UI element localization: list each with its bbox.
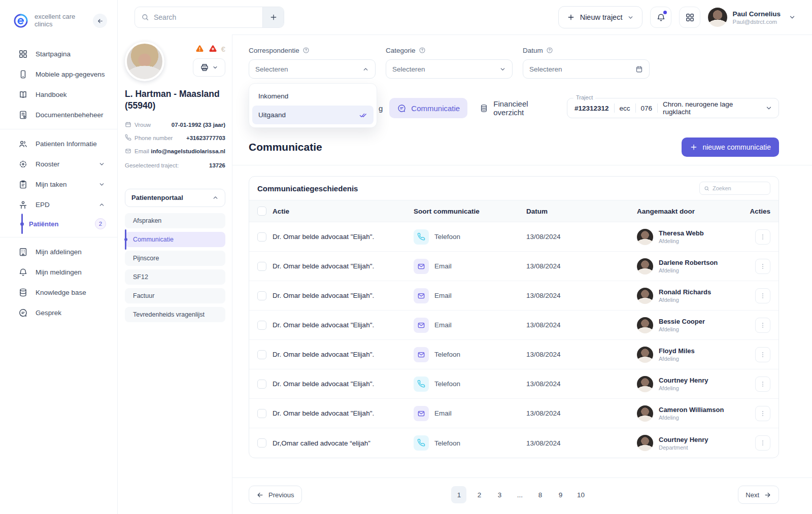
- chevron-up-icon: [98, 201, 105, 208]
- patientenportaal-title: Patientenportaal: [131, 194, 183, 201]
- table-search-input[interactable]: [713, 185, 766, 191]
- sidebar-item-rooster[interactable]: Rooster: [0, 154, 117, 174]
- search-input[interactable]: [154, 13, 256, 21]
- row-actions-button[interactable]: [755, 229, 770, 245]
- sidebar-item-mijn-afdelingen[interactable]: Mijn afdelingen: [0, 242, 117, 262]
- row-checkbox[interactable]: [257, 380, 266, 389]
- search-add-button[interactable]: [262, 7, 284, 27]
- row-author-dept: Afdeling: [659, 267, 718, 273]
- print-button[interactable]: [193, 58, 225, 77]
- page-number-1[interactable]: 1: [451, 486, 466, 503]
- traject-id: #12312312: [574, 105, 609, 112]
- portal-item-label: Tevredenheids vragenlijst: [133, 311, 205, 318]
- row-actions-button[interactable]: [755, 318, 770, 333]
- sidebar-item-gesprek[interactable]: Gesprek: [0, 302, 117, 323]
- sidebar-item-label: Documentenbeheheer: [36, 111, 104, 119]
- tab-communicatie[interactable]: Communicatie: [389, 98, 467, 118]
- dropdown-option-uitgaand[interactable]: Uitgaand: [252, 106, 374, 124]
- email-icon: [414, 347, 429, 362]
- row-actions-button[interactable]: [755, 435, 770, 451]
- sidebar-item-startpagina[interactable]: Startpagina: [0, 44, 117, 64]
- apps-grid-button[interactable]: [679, 7, 700, 28]
- help-icon: [302, 47, 310, 54]
- page-number-2[interactable]: 2: [471, 486, 487, 503]
- table-row: Dr. Omar belde advocaat "Elijah". Email …: [249, 311, 779, 340]
- mobile-icon: [18, 70, 28, 79]
- portal-item-afspraken[interactable]: Afspraken: [125, 213, 225, 228]
- row-checkbox[interactable]: [257, 350, 266, 359]
- datum-select[interactable]: Selecteren: [523, 59, 650, 79]
- page-number-3[interactable]: 3: [492, 486, 507, 503]
- divider: [232, 165, 812, 165]
- filter-label: Correspondentie: [249, 47, 299, 54]
- page-number-9[interactable]: 9: [553, 486, 568, 503]
- sidebar-item-epd[interactable]: EPD: [0, 194, 117, 215]
- patient-gender-label: Vrouw: [134, 122, 151, 128]
- row-actions-button[interactable]: [755, 347, 770, 362]
- row-actions-button[interactable]: [755, 376, 770, 392]
- next-page-button[interactable]: Next: [738, 486, 779, 504]
- page-number-10[interactable]: 10: [573, 486, 588, 503]
- table-header: Actie Soort communicatie Datum Aangemaak…: [249, 200, 779, 222]
- portal-item-sf12[interactable]: SF12: [125, 269, 225, 285]
- row-checkbox[interactable]: [257, 409, 266, 418]
- row-checkbox[interactable]: [257, 232, 266, 242]
- button-label: nieuwe communicatie: [702, 143, 771, 151]
- sidebar-item-label: Mijn taken: [36, 181, 67, 188]
- author-avatar: [637, 405, 653, 422]
- printer-icon: [200, 63, 209, 72]
- patient-traject-label: Geselecteerd traject:: [125, 162, 179, 168]
- row-checkbox[interactable]: [257, 291, 266, 300]
- users-icon: [18, 139, 28, 149]
- warning-orange-icon: [195, 44, 205, 54]
- filter-label: Datum: [523, 47, 543, 54]
- page-number-8[interactable]: 8: [532, 486, 548, 503]
- sidebar-item-mobiele-app-gegevens[interactable]: Mobiele app-gegevens: [0, 64, 117, 84]
- portal-item-tevredenheids-vragenlijst[interactable]: Tevredenheids vragenlijst: [125, 307, 225, 322]
- sidebar-item-knowledge-base[interactable]: Knowledge base: [0, 282, 117, 302]
- sidebar-collapse-button[interactable]: [93, 14, 107, 28]
- table-row: Dr. Omar belde advocaat "Elijah". Email …: [249, 399, 779, 428]
- patient-birthdate: 07-01-1992 (33 jaar): [172, 122, 225, 128]
- patientenportaal-header[interactable]: Patientenportaal: [125, 189, 225, 207]
- row-checkbox[interactable]: [257, 262, 266, 271]
- row-checkbox[interactable]: [257, 438, 266, 448]
- sidebar-item-patienten[interactable]: Patiënten 2: [0, 215, 117, 233]
- traject-selector[interactable]: Traject #12312312 ecc 076 Chron. neuroge…: [567, 98, 779, 118]
- database-icon: [18, 288, 28, 297]
- row-author-dept: Afdeling: [659, 238, 704, 244]
- user-menu[interactable]: Paul Cornelius Paul@dstrct.com: [708, 8, 796, 27]
- row-actions-button[interactable]: [755, 259, 770, 274]
- author-avatar: [637, 435, 653, 451]
- row-actions-button[interactable]: [755, 288, 770, 303]
- brand-line1: excellent care: [35, 13, 75, 21]
- row-date: 13/08/2024: [526, 380, 637, 388]
- row-date: 13/08/2024: [526, 439, 637, 447]
- sidebar-item-mijn-taken[interactable]: Mijn taken: [0, 174, 117, 194]
- chevron-down-icon: [98, 161, 105, 167]
- portal-item-factuur[interactable]: Factuur: [125, 288, 225, 303]
- patientenportaal-list: Afspraken Communicatie Pijnscore SF12 Fa…: [125, 213, 225, 322]
- select-all-checkbox[interactable]: [257, 207, 266, 216]
- row-checkbox[interactable]: [257, 321, 266, 330]
- row-date: 13/08/2024: [526, 351, 637, 358]
- nieuw-traject-button[interactable]: Nieuw traject: [558, 6, 643, 28]
- sidebar-item-mijn-meldingen[interactable]: Mijn meldingen: [0, 262, 117, 282]
- row-actions-button[interactable]: [755, 406, 770, 421]
- correspondentie-select[interactable]: Selecteren: [249, 59, 376, 79]
- sidebar-item-documentenbeheheer[interactable]: Documentenbeheheer: [0, 105, 117, 125]
- plus-icon: [690, 143, 698, 151]
- partially-hidden-tab[interactable]: g: [379, 104, 383, 113]
- portal-item-communicatie[interactable]: Communicatie: [125, 232, 225, 247]
- dropdown-option-inkomend[interactable]: Inkomend: [252, 87, 374, 106]
- portal-item-label: Communicatie: [133, 236, 174, 243]
- categorie-select[interactable]: Selecteren: [386, 59, 513, 79]
- tab-financieel-overzicht[interactable]: Financieel overzicht: [471, 98, 567, 118]
- notifications-button[interactable]: [650, 7, 671, 28]
- sidebar-item-handboek[interactable]: Handboek: [0, 84, 117, 105]
- nieuwe-communicatie-button[interactable]: nieuwe communicatie: [682, 138, 779, 157]
- portal-item-pijnscore[interactable]: Pijnscore: [125, 251, 225, 266]
- sidebar-item-patienten-informatie[interactable]: Patienten Informatie: [0, 133, 117, 154]
- filter-correspondentie: Correspondentie Selecteren Inkomend Uitg…: [249, 46, 376, 79]
- previous-page-button[interactable]: Previous: [249, 486, 302, 504]
